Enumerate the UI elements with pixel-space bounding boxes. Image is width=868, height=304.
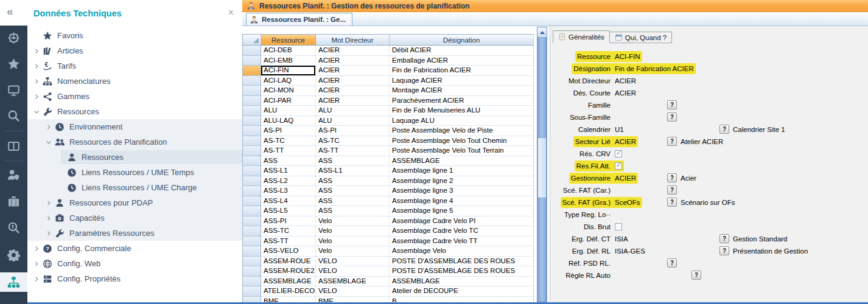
- column-header[interactable]: Ressource: [261, 34, 316, 46]
- table-row[interactable]: ATELIER-DECOVELOAtelier de DECOUPE: [242, 286, 534, 297]
- help-button[interactable]: ?: [667, 198, 677, 207]
- tree-item[interactable]: Ressources de Planification: [27, 134, 242, 150]
- cell-mot_directeur[interactable]: ACIER: [316, 96, 390, 106]
- sidebar-wheel-icon[interactable]: [0, 27, 27, 48]
- checkbox[interactable]: [615, 223, 622, 230]
- chevron-right-icon[interactable]: [43, 200, 55, 206]
- cell-designation[interactable]: Emballage ACIER: [390, 56, 534, 66]
- tree-item[interactable]: Ressources: [27, 104, 242, 119]
- table-row[interactable]: AS-PIAS-PIPoste Assemblage Velo de Piste: [242, 126, 534, 136]
- cell-mot_directeur[interactable]: Velo: [316, 237, 390, 247]
- chevron-right-icon[interactable]: [43, 215, 55, 221]
- sidebar-sitemap-icon[interactable]: [0, 272, 27, 292]
- chevron-right-icon[interactable]: [30, 63, 43, 69]
- cell-ressource[interactable]: ASS-VELO: [261, 246, 316, 257]
- cell-mot_directeur[interactable]: ASSEMBLAGE: [316, 277, 390, 287]
- row-selector[interactable]: [242, 156, 261, 167]
- cell-mot_directeur[interactable]: ASS: [316, 186, 390, 196]
- cell-ressource[interactable]: AS-TT: [261, 146, 316, 156]
- cell-mot_directeur[interactable]: AS-TT: [316, 146, 390, 156]
- cell-designation[interactable]: Fin de Fabrication ACIER: [390, 66, 534, 76]
- cell-ressource[interactable]: ASS-PI: [261, 216, 316, 227]
- cell-mot_directeur[interactable]: ASS: [316, 156, 390, 167]
- help-button[interactable]: ?: [667, 100, 677, 109]
- cell-designation[interactable]: Fin de Fab Menuiseries ALU: [390, 106, 534, 116]
- table-row[interactable]: ASS-L3ASSAssemblage ligne 3: [242, 186, 534, 196]
- cell-mot_directeur[interactable]: VELO: [316, 257, 390, 267]
- row-selector[interactable]: [242, 176, 261, 187]
- cell-designation[interactable]: Assemblage Velo: [390, 246, 534, 257]
- chevron-right-icon[interactable]: [30, 276, 43, 282]
- cell-mot_directeur[interactable]: Velo: [316, 226, 390, 237]
- tree-item[interactable]: €Tarifs: [27, 58, 242, 74]
- table-row[interactable]: ALU-LAQALULaquage ALU: [242, 116, 534, 126]
- cell-ressource[interactable]: ACI-DEB: [261, 46, 316, 56]
- table-row[interactable]: ASS-VELOVeloAssemblage Velo: [242, 246, 534, 257]
- tree-item[interactable]: Ressources pour PDAP: [27, 195, 242, 210]
- sidebar-gear-icon[interactable]: [0, 244, 27, 265]
- tree-item[interactable]: Paramètres Ressources: [27, 226, 242, 241]
- cell-ressource[interactable]: ASS-L5: [261, 206, 316, 216]
- tree-item[interactable]: Ressources: [27, 150, 242, 165]
- cell-ressource[interactable]: ASS-L1: [261, 166, 316, 176]
- table-row[interactable]: AS-TTAS-TTPoste Assemblage Velo Tout Ter…: [242, 146, 534, 156]
- help-button[interactable]: ?: [667, 137, 677, 146]
- tree-item[interactable]: Config. Propriétés: [27, 271, 242, 286]
- cell-mot_directeur[interactable]: ACIER: [316, 86, 390, 96]
- table-row[interactable]: ASSASSASSEMBLAGE: [242, 156, 534, 167]
- sidebar-columns-icon[interactable]: [0, 136, 27, 156]
- row-selector[interactable]: [242, 96, 261, 106]
- cell-mot_directeur[interactable]: ACIER: [316, 56, 390, 66]
- help-button[interactable]: ?: [667, 112, 677, 122]
- chevron-right-icon[interactable]: [30, 261, 43, 267]
- cell-designation[interactable]: Poste Assemblage Velo Tout Terrain: [390, 146, 534, 156]
- cell-designation[interactable]: Atelier de DECOUPE: [390, 286, 534, 297]
- column-header[interactable]: Désignation: [390, 34, 534, 46]
- table-row[interactable]: ACI-MONACIERMontage ACIER: [242, 86, 534, 96]
- grid-scrollbar[interactable]: [537, 27, 547, 302]
- table-row[interactable]: ALUALUFin de Fab Menuiseries ALU: [242, 106, 534, 116]
- cell-designation[interactable]: Assemblage ligne 5: [390, 206, 534, 216]
- chevron-right-icon[interactable]: [30, 78, 43, 85]
- cell-designation[interactable]: ASSEMBLAGE: [390, 277, 534, 287]
- cell-ressource[interactable]: ASSEM-ROUE: [261, 257, 316, 267]
- checkbox[interactable]: [615, 150, 622, 157]
- help-button[interactable]: ?: [667, 258, 677, 268]
- cell-ressource[interactable]: ATELIER-DECO: [261, 286, 316, 297]
- table-row[interactable]: ASS-PIVeloAssemblage Cadre Velo PI: [242, 216, 534, 227]
- cell-designation[interactable]: Assemblage ligne 2: [390, 176, 534, 187]
- tree-item[interactable]: Config. Web: [27, 256, 242, 271]
- row-selector[interactable]: [242, 196, 261, 207]
- cell-mot_directeur[interactable]: Velo: [316, 216, 390, 227]
- cell-ressource[interactable]: ASS: [261, 156, 316, 167]
- cell-designation[interactable]: Parachèvement ACIER: [390, 96, 534, 106]
- cell-mot_directeur[interactable]: ALU: [316, 106, 390, 116]
- document-tab[interactable]: Ressources Planif. : Ge...: [246, 13, 352, 26]
- sidebar-star-icon[interactable]: [0, 54, 27, 74]
- cell-ressource[interactable]: BME: [261, 297, 316, 303]
- help-button[interactable]: ?: [691, 271, 701, 280]
- table-row[interactable]: ASS-L5ASSAssemblage ligne 5: [242, 206, 534, 216]
- chevron-right-icon[interactable]: [43, 124, 55, 130]
- table-row[interactable]: ASS-L4ASSAssemblage ligne 4: [242, 196, 534, 207]
- cell-mot_directeur[interactable]: BME: [316, 297, 390, 303]
- cell-ressource[interactable]: ASS-TT: [261, 237, 316, 247]
- cell-mot_directeur[interactable]: ASS: [316, 196, 390, 207]
- row-selector[interactable]: [242, 246, 261, 257]
- table-row[interactable]: ASS-TCVeloAssemblage Cadre Velo TC: [242, 226, 534, 237]
- tab-generalites[interactable]: Généralités: [553, 30, 610, 43]
- cell-designation[interactable]: Poste Assemblage Velo Tout Chemin: [390, 136, 534, 147]
- help-button[interactable]: ?: [719, 125, 729, 134]
- help-button[interactable]: ?: [719, 246, 729, 255]
- tree-item[interactable]: Gammes: [27, 89, 242, 104]
- cell-mot_directeur[interactable]: AS-TC: [316, 136, 390, 147]
- tree-item[interactable]: Environnement: [27, 119, 242, 134]
- cell-designation[interactable]: Laquage ACIER: [390, 76, 534, 86]
- chevron-down-icon[interactable]: [30, 109, 43, 115]
- row-selector[interactable]: [242, 146, 261, 156]
- table-row[interactable]: ACI-EMBACIEREmballage ACIER: [242, 56, 534, 66]
- row-selector[interactable]: [242, 76, 261, 86]
- cell-ressource[interactable]: ASSEM-ROUE2: [261, 266, 316, 277]
- table-row[interactable]: ASS-TTVeloAssemblage Cadre Velo TT: [242, 237, 534, 247]
- row-selector[interactable]: [242, 237, 261, 247]
